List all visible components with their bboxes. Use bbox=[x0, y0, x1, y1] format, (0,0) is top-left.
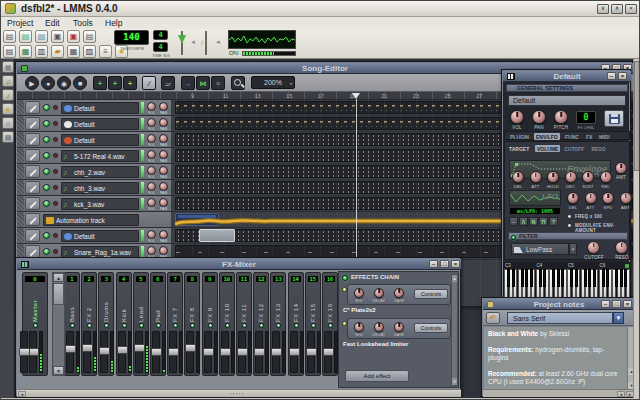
track-name-plate[interactable]: ♪chh_3.wav bbox=[61, 182, 139, 194]
effects-chain-led[interactable] bbox=[342, 275, 348, 281]
save-preset-button[interactable] bbox=[604, 110, 624, 127]
presets-icon[interactable]: ★ bbox=[2, 103, 14, 115]
fader-thumb[interactable] bbox=[289, 348, 300, 356]
bb-editor-toggle-icon[interactable]: ▦ bbox=[19, 45, 32, 58]
lfo-wave-shape-2-icon[interactable]: Λ bbox=[519, 217, 528, 226]
track-name-plate[interactable]: Default bbox=[61, 102, 139, 114]
master-volume-slider[interactable] bbox=[177, 31, 187, 55]
notes-hscrollbar[interactable]: ◄ ► bbox=[483, 389, 635, 397]
track-grip[interactable] bbox=[17, 196, 24, 211]
fx-channel-led[interactable] bbox=[139, 323, 144, 328]
effect-slot[interactable]: W/D DECAY GATE Controls bbox=[347, 284, 451, 305]
track-mute-led[interactable] bbox=[43, 184, 50, 191]
piano-black-key[interactable] bbox=[602, 269, 605, 287]
menu-tools[interactable]: Tools bbox=[73, 18, 93, 28]
fx-channel-name[interactable]: Master bbox=[32, 286, 38, 322]
recent-projects-icon[interactable]: ▤ bbox=[35, 30, 48, 43]
track-grip[interactable] bbox=[17, 228, 24, 243]
track-action-button[interactable] bbox=[25, 197, 40, 210]
track-vol-knob[interactable] bbox=[147, 118, 156, 127]
track-mute-led[interactable] bbox=[43, 232, 50, 239]
lfo-wave-shape-3-icon[interactable]: N bbox=[529, 217, 538, 226]
fx-channel-fader[interactable] bbox=[66, 331, 74, 373]
project-notes-toggle-icon[interactable]: ▨ bbox=[83, 45, 96, 58]
fx-channel-name[interactable]: Lead bbox=[138, 286, 144, 322]
track-name-plate[interactable]: Default bbox=[61, 118, 139, 130]
fx-channel-led[interactable] bbox=[33, 323, 38, 328]
fader-thumb[interactable] bbox=[323, 348, 334, 356]
instrument-name-field[interactable]: Default bbox=[508, 95, 626, 106]
fx-channel-11[interactable]: 11FX 11 bbox=[236, 272, 252, 376]
tab-midi[interactable]: MIDI bbox=[597, 133, 612, 140]
envelope-graph[interactable]: Envelope bbox=[509, 160, 611, 179]
fx-channel-led[interactable] bbox=[208, 323, 213, 328]
fx-channel-fader[interactable] bbox=[83, 331, 91, 373]
fx-channel-name[interactable]: FX 10 bbox=[224, 286, 230, 322]
track-grip[interactable] bbox=[17, 164, 24, 179]
env-sust-knob[interactable] bbox=[582, 171, 594, 183]
fx-chnl-display[interactable]: 0 bbox=[576, 111, 596, 124]
track-solo-led[interactable] bbox=[53, 233, 58, 238]
track-name-plate[interactable]: ♪chh_2.wav bbox=[61, 166, 139, 178]
oscilloscope[interactable] bbox=[228, 30, 296, 49]
fx-channel-name[interactable]: FX 15 bbox=[310, 286, 316, 322]
minimize-button[interactable]: ∨ bbox=[597, 4, 609, 14]
env-del-knob[interactable] bbox=[512, 171, 524, 183]
wd-knob[interactable] bbox=[354, 322, 364, 332]
fader-thumb[interactable] bbox=[185, 344, 196, 352]
fx-channel-name[interactable]: FX 12 bbox=[258, 286, 264, 322]
fx-channel-fader[interactable] bbox=[324, 331, 332, 373]
fx-channel-name[interactable]: FX 2 bbox=[86, 286, 92, 322]
env-amt-knob[interactable] bbox=[615, 162, 627, 174]
fx-channel-fader[interactable] bbox=[307, 331, 315, 373]
fx-channel-led[interactable] bbox=[173, 323, 178, 328]
fx-mixer-close[interactable]: × bbox=[451, 260, 460, 268]
fx-channel-fader[interactable] bbox=[272, 331, 280, 373]
lfo-amt-knob[interactable] bbox=[620, 192, 632, 204]
quantize-button[interactable]: → bbox=[181, 76, 195, 90]
track-pan-knob[interactable] bbox=[159, 102, 168, 111]
fx-channel-led[interactable] bbox=[87, 323, 92, 328]
fx-channel-led[interactable] bbox=[276, 323, 281, 328]
fx-channel-led[interactable] bbox=[70, 323, 75, 328]
computer-icon[interactable]: ▤ bbox=[2, 131, 14, 143]
fx-channel-3[interactable]: 3Drums bbox=[98, 272, 114, 376]
fx-channel-fader[interactable] bbox=[255, 331, 263, 373]
fader-thumb[interactable] bbox=[65, 345, 76, 353]
gate-knob[interactable] bbox=[394, 288, 404, 298]
font-dropdown-arrow[interactable]: ▼ bbox=[613, 312, 624, 324]
track-grip[interactable] bbox=[17, 180, 24, 195]
notes-close[interactable]: × bbox=[623, 300, 632, 308]
track-name-plate[interactable]: ♪5-172 Real 4.wav bbox=[61, 150, 139, 162]
target-tab-cutoff[interactable]: CUTOFF bbox=[562, 145, 586, 152]
fx-channel-name[interactable]: Kick bbox=[121, 286, 127, 322]
piano-black-key[interactable] bbox=[561, 269, 564, 287]
scroll-mode-button[interactable]: ≡ bbox=[211, 76, 225, 90]
loop-points-button[interactable]: ⋈ bbox=[196, 76, 210, 90]
piano-black-key[interactable] bbox=[624, 269, 627, 287]
track-pan-knob[interactable] bbox=[159, 198, 168, 207]
fx-channel-led[interactable] bbox=[242, 323, 247, 328]
automation-editor-toggle-icon[interactable]: ▰ bbox=[51, 45, 64, 58]
fx-channel-led[interactable] bbox=[104, 323, 109, 328]
track-solo-led[interactable] bbox=[53, 249, 58, 254]
scroll-down-icon[interactable]: ▼ bbox=[53, 366, 64, 375]
track-vol-knob[interactable] bbox=[147, 150, 156, 159]
stop-button[interactable]: ■ bbox=[73, 76, 87, 90]
piano-black-key[interactable] bbox=[588, 269, 591, 287]
notes-minimize[interactable]: – bbox=[601, 300, 610, 308]
fx-channel-name[interactable]: FX 14 bbox=[293, 286, 299, 322]
fx-channel-fader[interactable] bbox=[290, 331, 298, 373]
fx-mixer-titlebar[interactable]: FX-Mixer – □ × bbox=[17, 259, 461, 270]
home-icon[interactable]: ⌂ bbox=[2, 117, 14, 129]
lfo-graph[interactable]: LFO bbox=[509, 190, 561, 206]
scroll-left-icon[interactable]: ◄ bbox=[18, 391, 26, 397]
track-widget[interactable]: ♪5-172 Real 4.wavVOLPAN bbox=[17, 148, 171, 163]
tab-func[interactable]: FUNC bbox=[563, 133, 581, 140]
piano-black-key[interactable] bbox=[530, 269, 533, 287]
instrument-close[interactable]: × bbox=[618, 72, 627, 80]
menu-edit[interactable]: Edit bbox=[45, 18, 60, 28]
fx-channel-name[interactable]: Bass bbox=[69, 286, 75, 322]
volume-slider-handle[interactable] bbox=[178, 35, 186, 44]
track-name-plate[interactable]: ♪kck_3.wav bbox=[61, 198, 139, 210]
